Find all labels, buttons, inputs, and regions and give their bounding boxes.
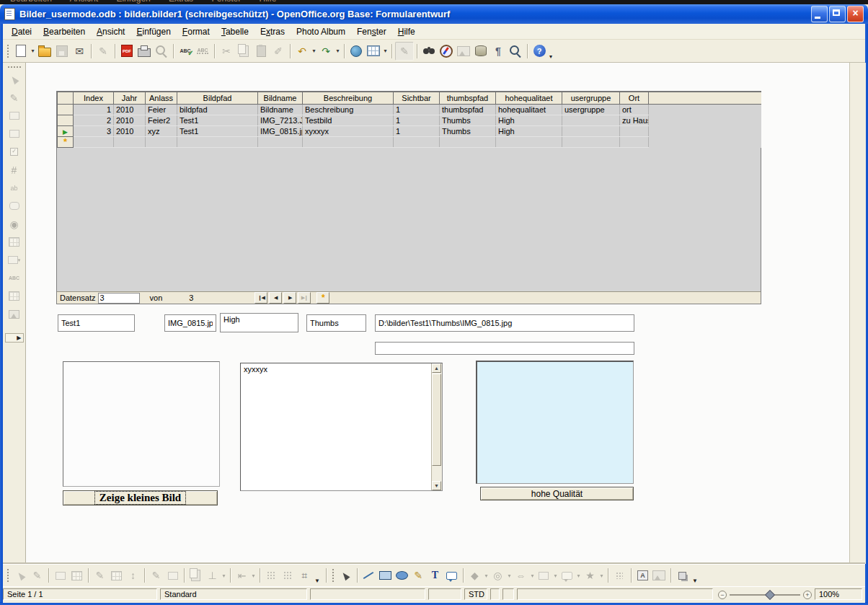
table-cell[interactable] — [74, 137, 114, 148]
small-image-box[interactable] — [63, 361, 220, 487]
menu-ansicht[interactable]: Ansicht — [91, 25, 130, 39]
redo-dropdown-icon[interactable]: ▾ — [335, 48, 341, 54]
ellipse-icon[interactable] — [394, 568, 410, 584]
toolbar-overflow-icon[interactable]: ▾ — [549, 53, 552, 60]
page-style-status[interactable]: Standard — [160, 588, 307, 600]
high-quality-image-box[interactable] — [476, 361, 634, 484]
table-cell[interactable]: 1 — [394, 115, 440, 126]
toolbar-grip[interactable] — [332, 568, 335, 583]
table-cell[interactable]: 1 — [74, 105, 114, 115]
high-quality-button[interactable]: hohe Qualität — [480, 487, 634, 500]
insert-table-dropdown-icon[interactable]: ▾ — [382, 48, 389, 54]
col-hohequalitaet[interactable]: hohequalitaet — [496, 92, 562, 105]
text-icon[interactable]: T — [427, 568, 443, 584]
qualitaet-field[interactable]: High — [220, 313, 298, 332]
export-pdf-icon[interactable]: PDF — [118, 43, 136, 60]
menu-hilfe[interactable]: Hilfe — [392, 25, 421, 39]
current-row-header[interactable]: ▶ — [58, 126, 74, 137]
menu-datei[interactable]: Datei — [6, 25, 37, 39]
show-small-image-button[interactable]: Zeige kleines Bild — [63, 490, 218, 505]
table-cell[interactable]: 2 — [74, 115, 114, 126]
zoom-icon[interactable] — [507, 43, 524, 60]
table-cell[interactable]: Test1 — [177, 126, 258, 137]
col-bildname[interactable]: Bildname — [258, 92, 303, 105]
menu-einfuegen[interactable]: Einfügen — [130, 25, 176, 39]
undo-dropdown-icon[interactable]: ▾ — [311, 48, 317, 54]
table-cell[interactable] — [620, 126, 649, 137]
extra-field[interactable] — [375, 342, 634, 355]
thumb-path-field[interactable] — [375, 314, 634, 332]
table-cell[interactable]: 1 — [394, 126, 440, 137]
table-cell[interactable]: Bildname — [258, 105, 303, 115]
table-cell[interactable]: zu Haus — [620, 115, 649, 126]
zoom-percent-status[interactable]: 100% — [815, 588, 862, 600]
table-cell[interactable]: IMG_7213.JF — [258, 115, 303, 126]
zoom-in-icon[interactable]: + — [803, 591, 812, 599]
menu-extras[interactable]: Extras — [254, 25, 291, 39]
spellcheck-icon[interactable]: ABC — [177, 43, 194, 60]
open-icon[interactable] — [36, 43, 53, 60]
new-record-button[interactable]: * — [316, 292, 329, 304]
table-cell[interactable]: hohequalitaet — [496, 105, 562, 115]
previous-record-button[interactable]: ◀ — [269, 292, 282, 304]
rectangle-icon[interactable] — [377, 568, 394, 584]
table-cell[interactable]: 3 — [74, 126, 114, 137]
nonprinting-characters-icon[interactable]: ¶ — [490, 43, 507, 60]
fontwork-gallery-icon[interactable]: A — [634, 568, 651, 584]
new-document-dropdown-icon[interactable]: ▾ — [30, 48, 36, 54]
col-index[interactable]: Index — [74, 92, 114, 105]
menu-format[interactable]: Format — [177, 25, 216, 39]
extrusion-icon[interactable] — [674, 568, 691, 584]
zoom-slider-track[interactable] — [730, 594, 800, 596]
menu-bearbeiten[interactable]: Bearbeiten — [37, 25, 91, 39]
toolbar-grip[interactable] — [6, 568, 10, 583]
table-cell[interactable]: usergruppe — [562, 105, 620, 115]
table-cell[interactable]: 2010 — [114, 115, 146, 126]
new-document-icon[interactable] — [12, 43, 30, 60]
scroll-down-icon[interactable]: ▼ — [432, 481, 441, 490]
print-icon[interactable] — [136, 43, 153, 60]
table-cell[interactable]: Testbild — [303, 115, 394, 126]
table-cell[interactable]: thumbspfad — [440, 105, 496, 115]
table-cell[interactable]: 2010 — [114, 126, 146, 137]
selection-mode-status[interactable]: STD — [464, 588, 487, 600]
data-sources-icon[interactable] — [472, 43, 490, 60]
table-cell[interactable]: xyz — [146, 126, 177, 137]
anlass-field[interactable] — [58, 314, 135, 332]
table-cell[interactable]: Feier2 — [146, 115, 177, 126]
row-header-corner[interactable] — [58, 92, 74, 105]
zoom-slider-thumb[interactable] — [765, 590, 775, 600]
col-beschreibung[interactable]: Beschreibung — [303, 92, 394, 105]
row-header[interactable] — [58, 105, 74, 115]
form-toolbar-overflow-icon[interactable]: ▼ — [314, 578, 320, 584]
col-anlass[interactable]: Anlass — [146, 92, 177, 105]
scrollbar[interactable]: ▲ ▼ — [431, 363, 442, 490]
table-cell[interactable]: xyxxyx — [303, 126, 394, 137]
redo-icon[interactable]: ↷ — [317, 43, 335, 60]
minimize-button[interactable] — [811, 6, 828, 22]
email-icon[interactable]: ✉ — [71, 43, 88, 60]
close-button[interactable]: × — [847, 6, 864, 22]
help-icon[interactable]: ? — [531, 43, 548, 60]
col-usergruppe[interactable]: usergruppe — [562, 92, 620, 105]
table-cell[interactable]: Beschreibung — [303, 105, 394, 115]
helplines-while-moving-icon[interactable]: ⌗ — [296, 568, 313, 584]
row-header[interactable] — [58, 115, 74, 126]
bildname-field[interactable] — [164, 314, 216, 332]
table-cell[interactable]: IMG_0815.jp — [258, 126, 303, 137]
new-row-header[interactable]: * — [58, 137, 74, 148]
table-cell[interactable]: Test1 — [177, 115, 258, 126]
table-cell[interactable]: ort — [620, 105, 649, 115]
col-bildpfad[interactable]: Bildpfad — [177, 92, 258, 105]
table-cell[interactable]: High — [496, 126, 562, 137]
table-cell[interactable]: 1 — [394, 105, 440, 115]
scroll-up-icon[interactable]: ▲ — [432, 363, 441, 373]
toolbar-grip[interactable] — [7, 66, 22, 69]
drawing-select-icon[interactable] — [337, 568, 354, 584]
table-cell[interactable]: bildpfad — [177, 105, 258, 115]
drawing-toolbar-overflow-icon[interactable]: ▼ — [692, 578, 698, 584]
col-ort[interactable]: Ort — [620, 92, 649, 105]
find-replace-icon[interactable] — [420, 43, 438, 60]
toolbar-overflow-right-icon[interactable]: ▶ — [5, 333, 24, 343]
record-number-input[interactable] — [98, 293, 140, 304]
